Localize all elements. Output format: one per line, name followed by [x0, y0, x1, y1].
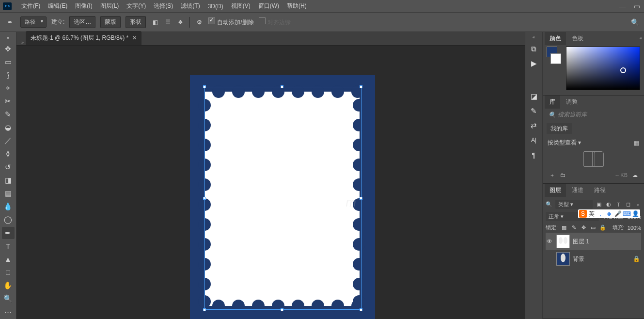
history-brush-tool[interactable]: ↺	[2, 161, 15, 173]
filter-smart-icon[interactable]: ▫	[634, 201, 641, 208]
edit-toolbar[interactable]: ⋯	[2, 306, 15, 318]
window-restore[interactable]: ▭	[629, 1, 644, 12]
menu-file[interactable]: 文件(F)	[17, 0, 44, 12]
lock-all-icon[interactable]: 🔒	[599, 224, 606, 231]
filter-adjust-icon[interactable]: ◐	[605, 201, 612, 208]
hand-tool[interactable]: ✋	[2, 280, 15, 292]
document-tab[interactable]: 未标题-1 @ 66.7% (图层 1, RGB/8#) * ✕	[26, 31, 141, 45]
marquee-tool[interactable]: ▭	[2, 56, 15, 68]
layer-thumbnail[interactable]	[556, 252, 570, 266]
paragraph-panel-icon[interactable]: ¶	[529, 149, 539, 160]
color-picker-cursor[interactable]	[620, 67, 626, 73]
window-minimize[interactable]: —	[615, 1, 629, 12]
filter-shape-icon[interactable]: ◻	[625, 201, 631, 208]
transform-handle[interactable]	[360, 308, 362, 311]
menu-layer[interactable]: 图层(L)	[96, 0, 123, 12]
transform-handle[interactable]	[281, 85, 283, 88]
layer-thumbnail[interactable]	[556, 235, 570, 248]
layer-row-layer1[interactable]: 👁 图层 1	[546, 233, 641, 250]
tab-adjustments[interactable]: 调整	[561, 96, 582, 109]
transform-handle[interactable]	[203, 308, 206, 311]
actions-icon[interactable]: ▶	[529, 58, 539, 69]
clone-tool[interactable]: ⚱	[2, 148, 15, 160]
transform-handle[interactable]	[360, 85, 362, 88]
menu-view[interactable]: 视图(V)	[227, 0, 254, 12]
lasso-tool[interactable]: ⟆	[2, 69, 15, 81]
character-panel-icon[interactable]: A|	[529, 135, 539, 145]
background-color[interactable]	[550, 53, 561, 64]
panel-collapse-icon[interactable]: «	[638, 36, 644, 41]
brushes-icon[interactable]: ✎	[529, 106, 539, 116]
menu-help[interactable]: 帮助(H)	[283, 0, 311, 12]
tab-swatches[interactable]: 色板	[567, 32, 588, 45]
path-align-icon[interactable]: ☰	[163, 18, 172, 27]
lock-pixels-icon[interactable]: ✎	[570, 224, 577, 231]
pen-tool[interactable]: ✒	[2, 227, 15, 239]
make-selection-button[interactable]: 选区…	[69, 16, 95, 28]
library-dropdown[interactable]: 我的库	[547, 123, 572, 134]
canvas-area[interactable]: m	[16, 46, 525, 319]
lock-artboard-icon[interactable]: ▭	[590, 224, 597, 231]
transform-handle[interactable]	[281, 308, 283, 311]
move-tool[interactable]: ✥	[2, 43, 15, 55]
mode-dropdown[interactable]: 路径	[20, 16, 47, 28]
pen-tool-icon[interactable]: ✒	[5, 17, 16, 28]
close-tab-icon[interactable]: ✕	[132, 35, 137, 41]
path-ops-icon[interactable]: ◧	[151, 18, 159, 27]
history-icon[interactable]: ⧉	[529, 44, 539, 54]
menu-image[interactable]: 图像(I)	[71, 0, 96, 12]
transform-handle[interactable]	[203, 197, 206, 200]
transform-handle[interactable]	[203, 85, 206, 88]
library-search[interactable]: 🔍 搜索当前库	[546, 109, 641, 120]
eraser-tool[interactable]: ◨	[2, 174, 15, 186]
search-icon[interactable]: 🔍	[631, 18, 639, 26]
type-tool[interactable]: T	[2, 240, 15, 252]
tab-paths[interactable]: 路径	[589, 184, 611, 197]
menu-select[interactable]: 选择(S)	[150, 0, 177, 12]
library-filter[interactable]: 按类型查看 ▾▦	[546, 137, 641, 148]
menu-filter[interactable]: 滤镜(T)	[177, 0, 204, 12]
gear-icon[interactable]: ⚙	[195, 18, 204, 27]
ime-lang[interactable]: 英	[588, 210, 596, 218]
gradient-tool[interactable]: ▤	[2, 188, 15, 200]
lib-folder-icon[interactable]: 🗀	[559, 172, 566, 178]
properties-icon[interactable]: ◪	[529, 91, 539, 102]
menu-window[interactable]: 窗口(W)	[254, 0, 283, 12]
filter-type-icon[interactable]: T	[615, 201, 622, 208]
eyedropper-tool[interactable]: ✎	[2, 109, 15, 121]
lib-cloud-icon[interactable]: ☁	[631, 172, 638, 178]
path-arrange-icon[interactable]: ❖	[176, 18, 185, 27]
library-item-thumb[interactable]	[592, 151, 604, 167]
mask-button[interactable]: 蒙版	[100, 16, 121, 28]
shape-button[interactable]: 形状	[126, 16, 146, 28]
ime-bar[interactable]: S 英 ， ☻ 🎤 ⌨ 👤	[578, 209, 640, 218]
lib-add-icon[interactable]: ＋	[549, 172, 555, 178]
layer-row-background[interactable]: 背景 🔒	[546, 250, 641, 268]
tab-channels[interactable]: 通道	[567, 184, 588, 197]
fill-value[interactable]: 100%	[628, 225, 641, 231]
toolbar-expand-icon[interactable]: »	[5, 36, 11, 40]
brush-tool[interactable]: ／	[2, 135, 15, 147]
transform-handle[interactable]	[360, 197, 362, 200]
tab-color[interactable]: 颜色	[545, 32, 566, 45]
menu-type[interactable]: 文字(Y)	[123, 0, 150, 12]
brush-settings-icon[interactable]: ⇄	[529, 120, 539, 131]
layer-filter-type[interactable]: 类型 ▾	[555, 200, 593, 209]
zoom-tool[interactable]: 🔍	[2, 293, 15, 305]
menu-edit[interactable]: 编辑(E)	[44, 0, 71, 12]
iconstrip-expand[interactable]: «	[533, 35, 535, 40]
crop-tool[interactable]: ✂	[2, 96, 15, 108]
menu-3d[interactable]: 3D(D)	[204, 1, 227, 11]
path-select-tool[interactable]: ▲	[2, 253, 15, 265]
auto-add-delete-toggle[interactable]: 自动添加/删除	[208, 17, 253, 27]
color-field[interactable]	[566, 47, 640, 90]
tab-layers[interactable]: 图层	[545, 184, 566, 197]
filter-pixel-icon[interactable]: ▣	[596, 201, 602, 208]
lock-position-icon[interactable]: ✥	[580, 224, 587, 231]
magic-wand-tool[interactable]: ✧	[2, 82, 15, 94]
tabbar-expand-icon[interactable]: »	[19, 40, 26, 45]
blur-tool[interactable]: 💧	[2, 201, 15, 213]
layer-visibility-icon[interactable]: 👁	[547, 238, 553, 245]
rectangle-tool[interactable]: □	[2, 266, 15, 278]
spot-heal-tool[interactable]: ◒	[2, 122, 15, 134]
